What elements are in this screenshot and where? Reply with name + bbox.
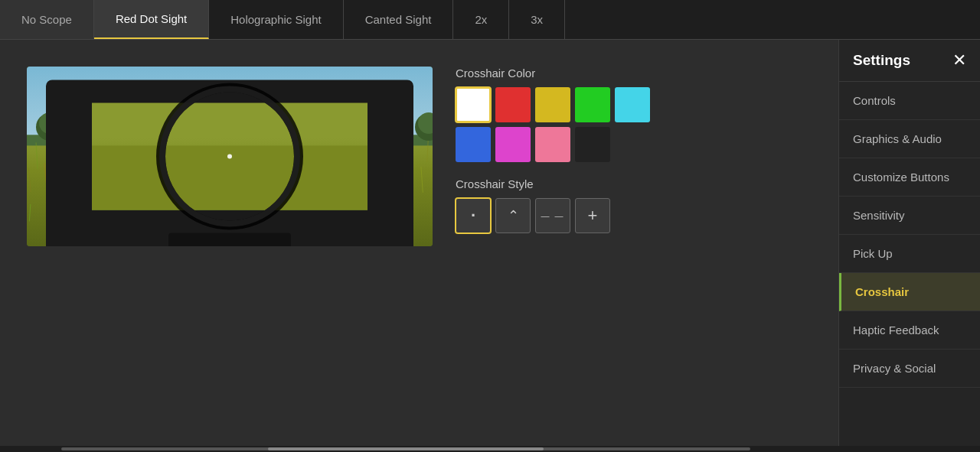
tab-no-scope[interactable]: No Scope [0,0,94,39]
color-swatch-green[interactable] [575,87,610,122]
scope-preview [27,67,433,246]
cross-icon: + [588,206,598,226]
sidebar-menu: Controls Graphics & Audio Customize Butt… [839,82,980,446]
tab-red-dot[interactable]: Red Dot Sight [94,0,209,39]
sidebar-item-pick-up[interactable]: Pick Up [839,235,980,273]
color-swatch-magenta[interactable] [495,127,531,162]
content-panel: Crosshair Color [0,40,838,446]
sidebar-item-privacy-social[interactable]: Privacy & Social [839,350,980,388]
color-swatch-red[interactable] [495,87,531,122]
color-swatch-white[interactable] [456,87,491,122]
tab-canted[interactable]: Canted Sight [344,0,454,39]
scrollbar-track [61,447,750,450]
sidebar-item-sensitivity[interactable]: Sensitivity [839,197,980,235]
color-swatch-yellow[interactable] [535,87,570,122]
color-section: Crosshair Color [456,67,650,162]
style-swatch-dash[interactable]: — — [535,198,570,233]
sidebar-item-graphics-audio[interactable]: Graphics & Audio [839,120,980,158]
main-content: Crosshair Color [0,40,980,446]
scope-and-settings: Crosshair Color [15,55,823,258]
color-swatch-blue[interactable] [456,127,491,162]
crosshair-color-label: Crosshair Color [456,67,650,80]
dot-icon: · [471,206,475,226]
style-section: Crosshair Style · ⌃ — — + [456,177,650,233]
scope-tab-bar: No Scope Red Dot Sight Holographic Sight… [0,0,980,40]
style-swatch-dot[interactable]: · [456,198,491,233]
tab-3x[interactable]: 3x [509,0,565,39]
style-swatch-cross[interactable]: + [575,198,610,233]
color-swatch-pink[interactable] [535,127,570,162]
color-row-1 [456,87,650,122]
horizontal-scrollbar[interactable] [0,446,980,452]
color-row-2 [456,127,650,162]
sidebar-item-crosshair[interactable]: Crosshair [839,273,980,311]
sidebar: Settings ✕ Controls Graphics & Audio Cus… [838,40,980,446]
tab-holographic[interactable]: Holographic Sight [209,0,343,39]
sidebar-header: Settings ✕ [839,40,980,82]
sidebar-item-haptic-feedback[interactable]: Haptic Feedback [839,311,980,350]
color-grid [456,87,650,162]
crosshair-style-label: Crosshair Style [456,177,650,190]
color-swatch-black[interactable] [575,127,610,162]
crosshair-settings: Crosshair Color [456,67,650,246]
style-swatch-chevron[interactable]: ⌃ [495,198,531,233]
style-grid: · ⌃ — — + [456,198,650,233]
sidebar-item-customize-buttons[interactable]: Customize Buttons [839,158,980,197]
sidebar-item-controls[interactable]: Controls [839,82,980,120]
dash-icon: — — [541,211,564,220]
chevron-icon: ⌃ [508,207,519,224]
color-swatch-cyan[interactable] [615,87,650,122]
scrollbar-thumb[interactable] [268,447,544,450]
scope-canvas [27,67,433,246]
sidebar-title: Settings [853,52,910,69]
close-button[interactable]: ✕ [952,52,966,69]
tab-2x[interactable]: 2x [453,0,509,39]
